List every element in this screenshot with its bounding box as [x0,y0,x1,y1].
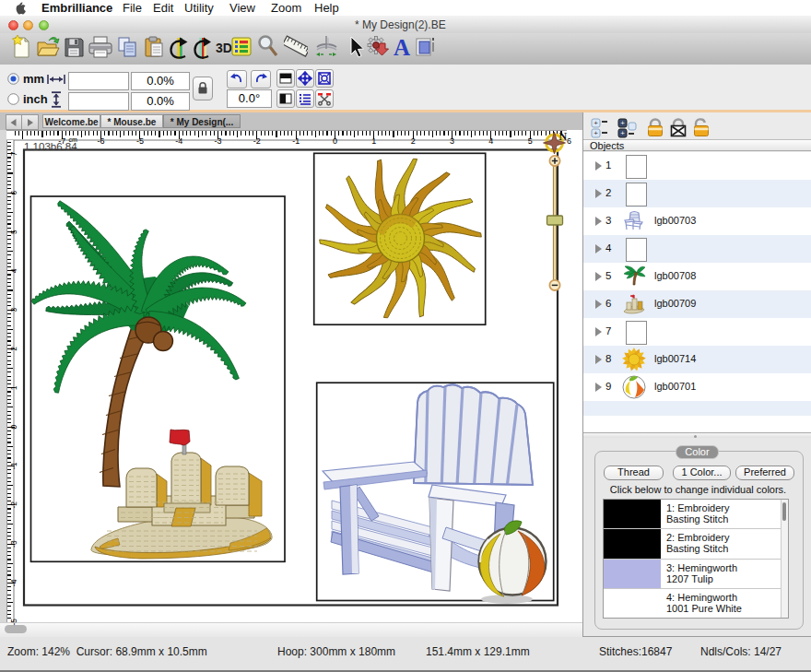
svg-text:+: + [594,119,598,127]
svg-text:-3: -3 [214,136,221,146]
svg-text:2: 2 [411,136,416,146]
svg-text:1.103b6.84: 1.103b6.84 [24,141,77,152]
svg-text:6: 6 [567,136,571,146]
svg-text:-3: -3 [9,540,18,548]
svg-text:+: + [620,129,625,137]
svg-text:-1: -1 [292,136,300,146]
svg-text:1: 1 [9,385,18,390]
svg-text:2: 2 [9,347,18,351]
svg-text:4: 4 [9,268,18,273]
svg-text:-4: -4 [175,136,182,146]
svg-text:5: 5 [528,136,533,146]
svg-text:5: 5 [9,230,18,234]
svg-text:-4: -4 [9,579,18,586]
svg-text:+: + [594,129,598,137]
svg-text:-1: -1 [9,462,18,469]
svg-text:N: N [559,130,568,143]
svg-text:-2: -2 [9,501,18,509]
svg-text:4: 4 [488,136,493,146]
svg-text:3: 3 [9,307,18,312]
svg-text:6: 6 [9,190,18,195]
svg-text:-2: -2 [253,136,261,146]
svg-text:7: 7 [9,151,18,156]
svg-text:-6: -6 [97,136,104,146]
svg-text:1: 1 [371,136,376,146]
svg-text:+: + [620,119,625,127]
svg-text:0: 0 [9,424,18,429]
svg-text:3: 3 [450,136,454,146]
svg-text:0: 0 [333,136,337,146]
svg-text:-5: -5 [9,619,18,626]
svg-text:-5: -5 [136,136,144,146]
